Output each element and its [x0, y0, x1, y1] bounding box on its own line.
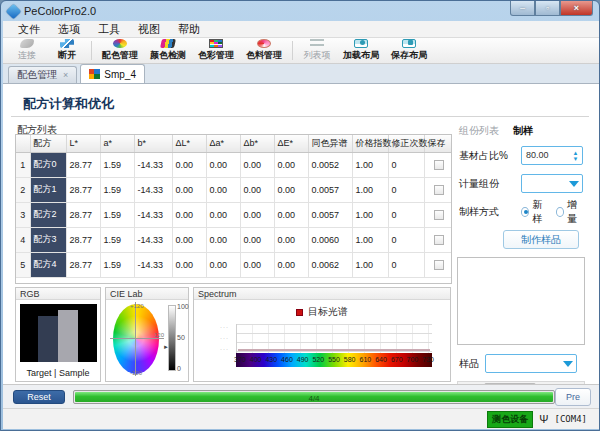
table-cell[interactable]: 0.00 — [206, 152, 240, 177]
table-cell[interactable]: 0.00 — [206, 252, 240, 277]
table-cell[interactable]: 0 — [388, 252, 424, 277]
table-row[interactable]: 5配方428.771.59-14.330.000.000.000.000.006… — [16, 252, 451, 277]
make-sample-button[interactable]: 制作样品 — [503, 230, 579, 249]
table-cell[interactable]: 0.00 — [240, 252, 274, 277]
color-detect-button[interactable]: 颜色检测 — [144, 38, 192, 63]
table-cell[interactable]: 0 — [388, 202, 424, 227]
table-cell[interactable]: 0 — [388, 227, 424, 252]
maximize-button[interactable]: ▫ — [535, 1, 560, 16]
table-cell[interactable]: 0.0052 — [308, 152, 352, 177]
column-header[interactable]: a* — [100, 135, 134, 152]
table-cell[interactable]: 1.59 — [100, 252, 134, 277]
table-cell[interactable]: 0.00 — [172, 252, 206, 277]
base-ratio-spinner[interactable]: 80.00 ▲▼ — [521, 146, 583, 165]
tab-make-sample[interactable]: 制样 — [513, 124, 533, 138]
table-row[interactable]: 1配方028.771.59-14.330.000.000.000.000.005… — [16, 152, 451, 177]
table-cell[interactable]: 0.00 — [240, 177, 274, 202]
save-checkbox[interactable] — [434, 185, 444, 195]
column-header[interactable]: L* — [66, 135, 100, 152]
pre-button[interactable]: Pre — [555, 388, 591, 406]
connect-button[interactable]: 连接 — [7, 38, 47, 63]
column-header-index[interactable] — [16, 135, 30, 152]
column-header[interactable]: ΔL* — [172, 135, 206, 152]
table-cell[interactable]: 1.00 — [352, 227, 388, 252]
disconnect-button[interactable]: 断开 — [47, 38, 87, 63]
recipe-name-cell[interactable]: 配方1 — [30, 177, 66, 202]
recipe-name-cell[interactable]: 配方4 — [30, 252, 66, 277]
table-row[interactable]: 4配方328.771.59-14.330.000.000.000.000.006… — [16, 227, 451, 252]
table-cell[interactable]: 1.59 — [100, 227, 134, 252]
table-cell[interactable]: 0 — [388, 152, 424, 177]
table-cell[interactable]: 28.77 — [66, 177, 100, 202]
column-header[interactable]: 同色异谱 — [308, 135, 352, 152]
tab-close-icon[interactable]: × — [63, 70, 68, 80]
save-checkbox[interactable] — [434, 260, 444, 270]
table-cell[interactable]: 0.00 — [206, 202, 240, 227]
menu-help[interactable]: 帮助 — [169, 21, 209, 38]
table-row[interactable]: 2配方128.771.59-14.330.000.000.000.000.005… — [16, 177, 451, 202]
column-header[interactable]: ΔE* — [274, 135, 308, 152]
table-cell[interactable]: 0.00 — [274, 227, 308, 252]
radio-increment[interactable]: 增量 — [556, 198, 583, 226]
column-header[interactable]: Δa* — [206, 135, 240, 152]
table-cell[interactable]: 28.77 — [66, 152, 100, 177]
table-cell[interactable]: 1.59 — [100, 202, 134, 227]
menu-tools[interactable]: 工具 — [89, 21, 129, 38]
table-cell[interactable]: 4 — [16, 227, 30, 252]
table-cell[interactable]: 1 — [16, 152, 30, 177]
tab-smp4[interactable]: Smp_4 — [80, 64, 145, 83]
tab-component-list[interactable]: 组份列表 — [459, 124, 499, 138]
component-dropdown[interactable] — [521, 174, 583, 193]
column-header[interactable]: 保存 — [424, 135, 451, 152]
table-cell[interactable]: 0.00 — [274, 177, 308, 202]
table-cell[interactable]: 28.77 — [66, 227, 100, 252]
radio-new-sample[interactable]: 新样 — [521, 198, 548, 226]
table-cell[interactable]: 0.00 — [172, 227, 206, 252]
color-manage-button[interactable]: 色彩管理 — [192, 38, 240, 63]
table-cell[interactable]: 28.77 — [66, 202, 100, 227]
table-cell[interactable]: -14.33 — [134, 152, 172, 177]
table-row[interactable]: 3配方228.771.59-14.330.000.000.000.000.005… — [16, 202, 451, 227]
save-checkbox[interactable] — [434, 160, 444, 170]
table-cell[interactable]: 1.59 — [100, 177, 134, 202]
column-header[interactable]: 价格指数 — [352, 135, 388, 152]
table-cell[interactable]: 5 — [16, 252, 30, 277]
table-cell[interactable]: 0.00 — [274, 152, 308, 177]
table-cell[interactable]: 1.00 — [352, 252, 388, 277]
table-cell[interactable]: 0.00 — [240, 227, 274, 252]
spinner-arrows-icon[interactable]: ▲▼ — [570, 148, 581, 163]
table-cell[interactable]: 0.00 — [206, 227, 240, 252]
recipe-name-cell[interactable]: 配方0 — [30, 152, 66, 177]
table-cell[interactable]: 0.0057 — [308, 202, 352, 227]
color-match-manage-button[interactable]: 配色管理 — [96, 38, 144, 63]
menu-view[interactable]: 视图 — [129, 21, 169, 38]
table-cell[interactable]: 0 — [388, 177, 424, 202]
table-cell[interactable]: 0.0057 — [308, 177, 352, 202]
load-layout-button[interactable]: 加载布局 — [337, 38, 385, 63]
table-cell[interactable]: -14.33 — [134, 252, 172, 277]
save-checkbox[interactable] — [434, 210, 444, 220]
reset-button[interactable]: Reset — [13, 390, 65, 404]
table-cell[interactable]: 0.00 — [172, 202, 206, 227]
minimize-button[interactable]: – — [510, 1, 535, 16]
table-cell[interactable]: 3 — [16, 202, 30, 227]
menu-options[interactable]: 选项 — [49, 21, 89, 38]
table-cell[interactable]: 2 — [16, 177, 30, 202]
table-cell[interactable]: 0.00 — [172, 152, 206, 177]
table-cell[interactable]: -14.33 — [134, 177, 172, 202]
close-button[interactable]: × — [560, 1, 593, 16]
recipe-name-cell[interactable]: 配方3 — [30, 227, 66, 252]
table-cell[interactable]: 1.59 — [100, 152, 134, 177]
table-cell[interactable]: 0.0062 — [308, 252, 352, 277]
column-header[interactable]: b* — [134, 135, 172, 152]
table-cell[interactable]: -14.33 — [134, 202, 172, 227]
table-cell[interactable]: 0.00 — [172, 177, 206, 202]
table-cell[interactable]: 0.00 — [240, 202, 274, 227]
tab-color-match-manage[interactable]: 配色管理 × — [8, 66, 77, 83]
table-cell[interactable]: 28.77 — [66, 252, 100, 277]
table-cell[interactable]: 0.00 — [206, 177, 240, 202]
table-cell[interactable]: 1.00 — [352, 177, 388, 202]
table-cell[interactable]: 0.00 — [274, 252, 308, 277]
table-cell[interactable]: 1.00 — [352, 202, 388, 227]
component-listbox[interactable] — [457, 257, 585, 345]
